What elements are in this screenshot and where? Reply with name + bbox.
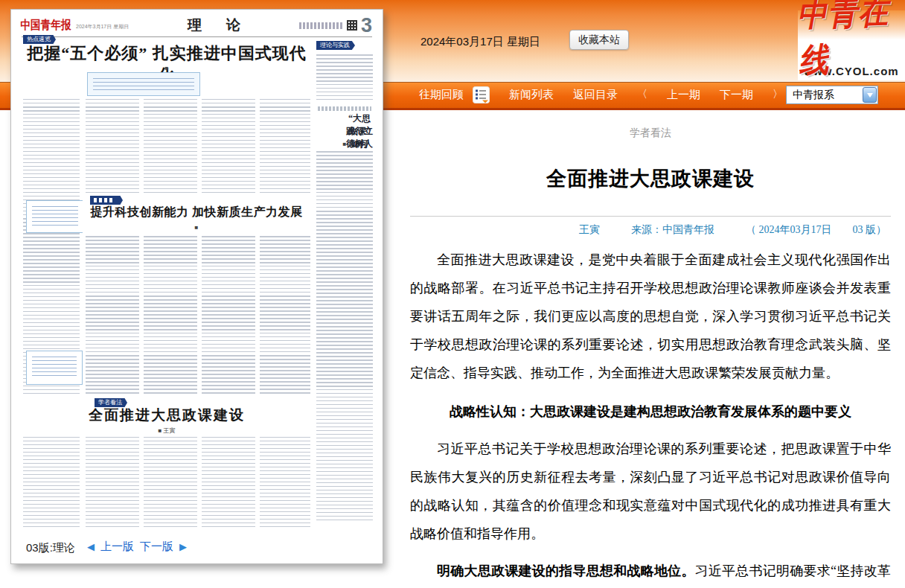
preview-headline-third[interactable]: 全面推进大思政课建设 [23,406,310,425]
nav-prev-issue[interactable]: 上一期 [667,88,700,102]
text-column [260,437,310,528]
nav-news-list[interactable]: 新闻列表 [509,88,554,102]
ribbon-article-2 [90,196,123,205]
issue-date: 2024年03月17日 星期日 [420,35,540,49]
article-paragraph-1: 全面推进大思政课建设，是党中央着眼于全面建成社会主义现代化强国作出的战略部署。在… [410,246,891,387]
logo-calligraphy: 中青在线 [797,5,905,65]
text-column [86,437,139,528]
preview-article-2-block: 提升科技创新能力 加快新质生产力发展 ■ [83,194,310,233]
paper-family-selected-value: 中青报系 [787,89,863,102]
paper-date-line: 2024年3月17日 星期日 [76,23,129,31]
headline-main-author-mark: ■ [23,65,310,71]
text-column [86,236,139,395]
byline-issue-info: （ 2024年03月17日 03 版） [746,223,886,237]
text-column [202,99,255,193]
text-column [144,99,197,193]
paper-family-select[interactable]: 中青报系 [786,86,878,104]
text-column [86,99,139,193]
text-column [202,236,255,395]
text-column [23,437,80,528]
paper-name-logo: 中国青年报 [20,17,71,34]
text-column [144,437,197,528]
abstract-box-2 [26,200,84,233]
sidebar-text [316,54,373,102]
preview-headline-second[interactable]: 提升科技创新能力 加快新质生产力发展 [83,205,310,220]
catalog-list-icon[interactable] [473,86,490,103]
page-label: 03版:理论 [26,541,75,555]
masthead-divider [22,36,372,37]
text-column [260,99,310,193]
paragraph-3-lead: 明确大思政课建设的指导思想和战略地位。 [437,563,695,578]
nav-past-issues[interactable]: 往期回顾 [419,88,464,102]
article-section-heading: 战略性认知：大思政课建设是建构思想政治教育发展体系的题中要义 [410,397,891,426]
sidebar-text [316,151,373,523]
headline-third-author: ■ 王寅 [23,426,310,435]
article-paragraph-3: 明确大思政课建设的指导思想和战略地位。习近平总书记明确要求“坚持改革创新，推进大… [410,557,891,588]
next-page-link[interactable]: 下一版 [140,540,173,554]
article-eyebrow: 学者看法 [410,127,891,140]
preview-article-3-block: 学者看法 全面推进大思政课建设 ■ 王寅 [23,397,310,437]
prev-page-arrow-icon[interactable]: ◀ [87,541,95,552]
newspaper-page-preview: 中国青年报 2024年3月17日 星期日 理 论 3 热点速览 把握“五个必须”… [10,9,383,564]
title-divider [410,216,891,217]
text-column [260,236,310,395]
ribbon-theory-practice: 理论与实践 [316,41,355,50]
text-column [144,236,197,395]
article-content: 学者看法 全面推进大思政课建设 王寅 来源：中国青年报 （ 2024年03月17… [410,127,891,588]
article-paragraph-2: 习近平总书记关于学校思想政治理论课的系列重要论述，把思政课置于中华民族伟大复兴的… [410,435,891,548]
headline-second-author-mark: ■ [83,224,310,231]
article-byline: 王寅 来源：中国青年报 （ 2024年03月17日 03 版） [410,223,891,237]
preview-headline-side[interactable]: “大思政课”如何 践行立德树人 [315,112,374,125]
bookmark-site-button[interactable]: 收藏本站 [569,30,629,50]
prev-issue-arrow-icon[interactable]: 〈 [637,88,647,101]
paper-section-title: 理 论 [177,16,251,35]
nav-back-to-catalog[interactable]: 返回目录 [573,88,618,102]
page-nav-links: ◀ 上一版 下一版 ▶ [87,540,187,554]
abstract-box-3 [26,351,83,385]
paper-editor-line [299,22,342,29]
qr-code-icon [347,20,357,31]
byline-source: 来源：中国青年报 [631,223,714,237]
paper-masthead: 中国青年报 2024年3月17日 星期日 理 论 3 [22,16,372,35]
byline-author: 王寅 [579,223,600,237]
nav-next-issue[interactable]: 下一期 [720,88,753,102]
next-issue-arrow-icon[interactable]: 〉 [773,88,783,101]
next-page-arrow-icon[interactable]: ▶ [179,541,187,552]
abstract-box-1 [87,72,200,96]
article-title: 全面推进大思政课建设 [410,165,891,192]
sidebar-kicker [318,106,371,111]
site-logo[interactable]: 中青在线 www.CYOL.com [798,10,905,80]
paper-page-number: 3 [361,16,372,35]
chevron-down-icon[interactable] [863,87,877,103]
side-headline-author-mark: ■ [315,141,374,147]
text-column [202,437,255,528]
prev-page-link[interactable]: 上一版 [100,540,134,554]
